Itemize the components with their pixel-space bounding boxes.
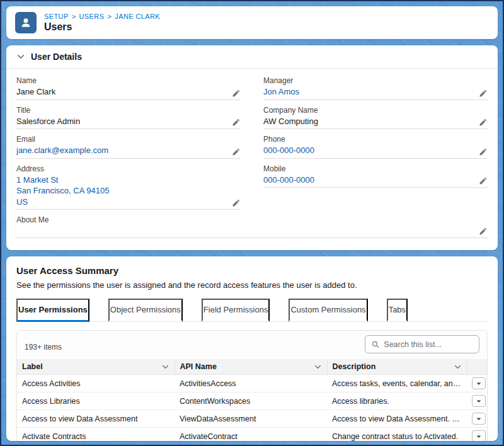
field-email: Email jane.clark@example.com bbox=[16, 135, 241, 159]
salesforce-setup-screen: SETUP > USERS > JANE CLARK Users User De… bbox=[0, 0, 504, 446]
tab-tabs[interactable]: Tabs bbox=[387, 299, 408, 322]
edit-address-button[interactable] bbox=[231, 199, 241, 207]
pencil-icon bbox=[479, 177, 487, 185]
chevron-down-icon bbox=[454, 363, 462, 371]
items-count: 193+ items bbox=[25, 343, 62, 353]
header-text: SETUP > USERS > JANE CLARK Users bbox=[44, 13, 160, 33]
table-header-row: Label API Name Description bbox=[17, 359, 488, 375]
cell-description: Change contract status to Activated. bbox=[327, 428, 467, 441]
permissions-table-card: 193+ items Label bbox=[16, 330, 488, 441]
table-toolbar: 193+ items bbox=[17, 331, 487, 359]
permissions-tabs: User Permissions Object Permissions Fiel… bbox=[16, 299, 488, 322]
row-actions-button[interactable] bbox=[472, 430, 486, 441]
mobile-link[interactable]: 000-000-0000 bbox=[263, 174, 314, 186]
edit-title-button[interactable] bbox=[231, 118, 241, 127]
tab-object-permissions[interactable]: Object Permissions bbox=[108, 299, 183, 322]
table-row: Access Libraries ContentWorkspaces Acces… bbox=[17, 392, 488, 410]
setup-header: SETUP > USERS > JANE CLARK Users bbox=[6, 6, 498, 39]
user-icon bbox=[20, 16, 32, 29]
search-box[interactable] bbox=[365, 335, 479, 353]
pencil-icon bbox=[232, 148, 240, 156]
chevron-down-icon bbox=[16, 52, 25, 61]
column-header-description[interactable]: Description bbox=[327, 359, 467, 375]
cell-description: Access tasks, events, calendar, and emai… bbox=[327, 375, 467, 392]
pencil-icon bbox=[479, 89, 487, 98]
manager-link[interactable]: Jon Amos bbox=[263, 86, 299, 98]
field-label: Email bbox=[16, 135, 241, 144]
field-mobile: Mobile 000-000-0000 bbox=[263, 164, 488, 210]
row-actions-button[interactable] bbox=[472, 377, 486, 389]
phone-link[interactable]: 000-000-0000 bbox=[263, 145, 314, 156]
breadcrumb-separator: > bbox=[107, 13, 112, 20]
cell-label: Access Activities bbox=[17, 375, 175, 392]
chevron-down-icon bbox=[161, 363, 169, 371]
edit-manager-button[interactable] bbox=[478, 89, 488, 98]
chevron-down-icon bbox=[314, 363, 322, 371]
edit-name-button[interactable] bbox=[231, 89, 241, 98]
breadcrumb-jane-clark[interactable]: JANE CLARK bbox=[115, 13, 160, 20]
user-details-section: User Details Name Jane Clark Manager Jon… bbox=[6, 45, 498, 250]
field-value: Salesforce Admin bbox=[16, 116, 80, 127]
breadcrumb-separator: > bbox=[72, 13, 76, 20]
table-row: Activate Contracts ActivateContract Chan… bbox=[17, 428, 488, 441]
field-label: About Me bbox=[16, 215, 488, 224]
row-actions-button[interactable] bbox=[472, 413, 486, 425]
edit-mobile-button[interactable] bbox=[478, 177, 488, 185]
tab-user-permissions[interactable]: User Permissions bbox=[16, 299, 89, 322]
sort-description-button[interactable] bbox=[454, 363, 462, 371]
chevron-down-icon bbox=[476, 416, 482, 422]
search-icon bbox=[372, 340, 379, 349]
edit-about-me-button[interactable] bbox=[478, 227, 488, 236]
chevron-down-icon bbox=[476, 380, 482, 387]
cell-description: Access libraries. bbox=[327, 392, 467, 410]
field-label: Company Name bbox=[263, 106, 488, 115]
address-link[interactable]: 1 Market St San Francisco, CA 94105 US bbox=[16, 174, 109, 208]
field-label: Address bbox=[16, 164, 241, 173]
field-phone: Phone 000-000-0000 bbox=[263, 135, 488, 159]
field-label: Manager bbox=[263, 76, 488, 85]
page-title: Users bbox=[44, 21, 160, 33]
column-header-api-name[interactable]: API Name bbox=[175, 359, 327, 375]
tab-custom-permissions[interactable]: Custom Permissions bbox=[289, 299, 367, 322]
user-access-summary-section: User Access Summary See the permissions … bbox=[6, 256, 498, 441]
user-access-summary-title: User Access Summary bbox=[16, 265, 488, 276]
pencil-icon bbox=[232, 89, 240, 98]
edit-company-name-button[interactable] bbox=[478, 118, 488, 127]
sort-label-button[interactable] bbox=[161, 363, 169, 371]
email-link[interactable]: jane.clark@example.com bbox=[16, 145, 108, 156]
permissions-table: Label API Name Description bbox=[17, 359, 488, 441]
field-about-me: About Me bbox=[16, 215, 488, 238]
chevron-down-icon bbox=[476, 398, 482, 404]
field-label: Phone bbox=[263, 135, 488, 144]
user-access-summary-description: See the permissions the user is assigned… bbox=[16, 280, 488, 290]
column-header-label[interactable]: Label bbox=[17, 359, 175, 375]
table-row: Access Activities ActivitiesAccess Acces… bbox=[17, 375, 488, 392]
edit-phone-button[interactable] bbox=[478, 148, 488, 156]
field-value: Jane Clark bbox=[16, 86, 55, 98]
field-label: Name bbox=[16, 76, 241, 85]
breadcrumb-users[interactable]: USERS bbox=[79, 13, 105, 20]
pencil-icon bbox=[479, 227, 487, 236]
row-actions-button[interactable] bbox=[472, 395, 486, 407]
collapse-user-details-button[interactable] bbox=[16, 52, 25, 61]
pencil-icon bbox=[232, 199, 240, 207]
chevron-down-icon bbox=[476, 433, 482, 440]
cell-label: Access Libraries bbox=[17, 392, 175, 410]
cell-api-name: ViewDataAssessment bbox=[175, 410, 327, 428]
tab-field-permissions[interactable]: Field Permissions bbox=[202, 299, 270, 322]
users-setup-icon bbox=[15, 12, 37, 33]
edit-email-button[interactable] bbox=[231, 148, 241, 156]
table-row: Access to view Data Assessment ViewDataA… bbox=[17, 410, 488, 428]
field-label: Title bbox=[16, 106, 241, 115]
breadcrumb-setup[interactable]: SETUP bbox=[44, 13, 69, 20]
breadcrumb: SETUP > USERS > JANE CLARK bbox=[44, 13, 160, 20]
user-details-title: User Details bbox=[31, 52, 82, 62]
cell-api-name: ContentWorkspaces bbox=[175, 392, 327, 410]
search-input[interactable] bbox=[384, 340, 472, 349]
sort-api-name-button[interactable] bbox=[314, 363, 322, 371]
cell-api-name: ActivitiesAccess bbox=[175, 375, 327, 392]
pencil-icon bbox=[479, 148, 487, 156]
cell-label: Activate Contracts bbox=[17, 428, 175, 441]
user-details-header: User Details bbox=[6, 45, 498, 69]
cell-description: Access to view Data Assessment. Data Ass… bbox=[327, 410, 467, 428]
